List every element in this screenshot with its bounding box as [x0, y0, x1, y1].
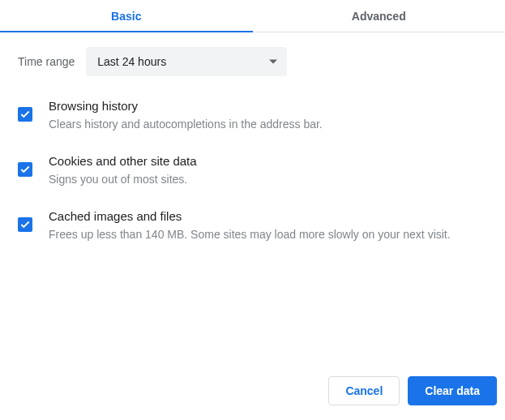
option-cache: Cached images and files Frees up less th… [18, 209, 487, 243]
dialog-footer: Cancel Clear data [0, 366, 505, 420]
checkbox-browsing-history[interactable] [18, 107, 32, 122]
option-browsing-history: Browsing history Clears history and auto… [18, 99, 487, 133]
time-range-select[interactable]: Last 24 hours [86, 47, 287, 76]
tab-basic[interactable]: Basic [0, 0, 253, 32]
option-text: Browsing history Clears history and auto… [49, 99, 487, 133]
option-desc: Signs you out of most sites. [49, 171, 487, 188]
check-icon [19, 219, 31, 230]
option-cookies: Cookies and other site data Signs you ou… [18, 154, 487, 188]
checkbox-cookies[interactable] [18, 162, 32, 177]
time-range-row: Time range Last 24 hours [18, 47, 487, 76]
option-title: Browsing history [49, 99, 487, 113]
option-desc: Clears history and autocompletions in th… [49, 116, 487, 133]
option-text: Cached images and files Frees up less th… [49, 209, 487, 243]
clear-data-button-label: Clear data [425, 384, 480, 397]
clear-data-button[interactable]: Clear data [408, 376, 497, 405]
checkbox-cache[interactable] [18, 217, 32, 232]
option-title: Cookies and other site data [49, 154, 487, 168]
chevron-down-icon [269, 60, 277, 64]
check-icon [19, 164, 31, 175]
cancel-button[interactable]: Cancel [328, 376, 400, 405]
dialog-content: Time range Last 24 hours Browsing histor… [0, 32, 505, 366]
option-text: Cookies and other site data Signs you ou… [49, 154, 487, 188]
option-title: Cached images and files [49, 209, 487, 223]
tab-bar: Basic Advanced [0, 0, 505, 32]
tab-basic-label: Basic [111, 10, 141, 23]
time-range-label: Time range [18, 55, 75, 68]
cancel-button-label: Cancel [345, 384, 383, 397]
tab-advanced[interactable]: Advanced [253, 0, 506, 32]
time-range-value: Last 24 hours [97, 55, 166, 68]
tab-advanced-label: Advanced [352, 10, 406, 23]
check-icon [19, 109, 31, 120]
option-desc: Frees up less than 140 MB. Some sites ma… [49, 226, 487, 243]
